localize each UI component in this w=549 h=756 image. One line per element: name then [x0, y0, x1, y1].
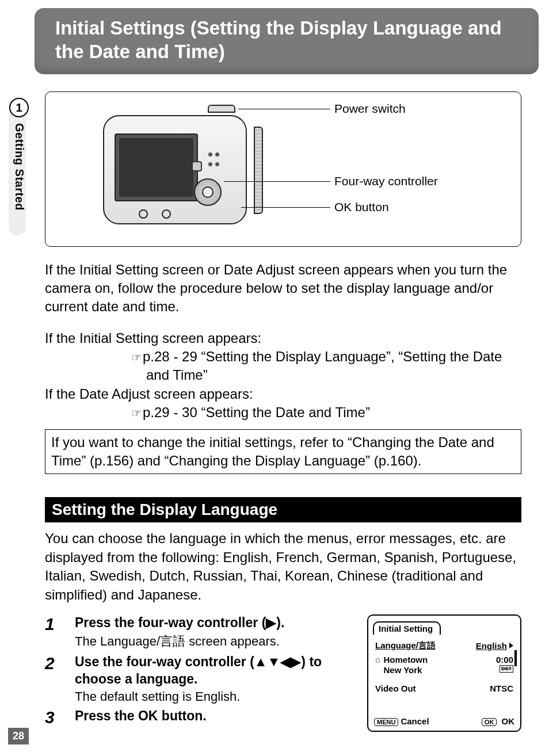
steps-area: 1 Press the four-way controller (▶). The… — [45, 614, 521, 732]
step-1: 1 Press the four-way controller (▶). The… — [45, 614, 357, 650]
intro-ref1: p.28 - 29 “Setting the Display Language”… — [131, 348, 521, 385]
intro-if2: If the Date Adjust screen appears: — [45, 385, 521, 403]
lcd-row-language: Language/言語 English — [374, 638, 514, 654]
intro-paragraph: If the Initial Setting screen or Date Ad… — [45, 261, 521, 316]
camera-illustration — [103, 109, 258, 230]
step-2: 2 Use the four-way controller (▲▼◀▶) to … — [45, 654, 357, 704]
triangle-right-icon — [509, 643, 513, 648]
callout-line — [238, 109, 330, 109]
home-icon: ⌂ — [375, 655, 380, 664]
lcd-screenshot: Initial Setting Language/言語 English ⌂ Ho… — [367, 614, 521, 732]
step-number: 2 — [45, 654, 61, 704]
lcd-row-hometown: ⌂ Hometown New York 0:00 DST — [374, 654, 514, 675]
step-title: Press the four-way controller (▶). — [75, 614, 357, 632]
reference-icon — [131, 349, 143, 364]
camera-diagram: Power switch Four-way controller OK butt… — [45, 91, 521, 247]
page-number: 28 — [8, 728, 29, 744]
lcd-ok: OK OK — [482, 716, 514, 726]
chapter-number-badge: 1 — [9, 98, 29, 117]
step-sub: The Language/言語 screen appears. — [75, 633, 357, 650]
lcd-dst-badge: DST — [500, 665, 513, 673]
section-heading: Setting the Display Language — [45, 497, 521, 522]
intro-if1: If the Initial Setting screen appears: — [45, 329, 521, 348]
intro-ref2: p.29 - 30 “Setting the Date and Time” — [131, 403, 521, 422]
lcd-scroll-indicator — [514, 650, 517, 666]
lcd-language-label: Language/言語 — [375, 640, 436, 651]
page-title: Initial Settings (Setting the Display La… — [55, 17, 502, 62]
chapter-label: Getting Started — [13, 123, 26, 211]
callout-power-switch: Power switch — [334, 102, 406, 116]
step-sub: The default setting is English. — [75, 689, 357, 704]
lcd-row-video: Video Out NTSC — [374, 681, 514, 696]
page-title-bar: Initial Settings (Setting the Display La… — [35, 8, 539, 74]
callout-four-way: Four-way controller — [334, 174, 438, 188]
note-box: If you want to change the initial settin… — [45, 429, 521, 475]
callout-line — [224, 181, 330, 182]
lcd-hometown-label: Hometown — [383, 655, 428, 665]
ok-button-icon: OK — [482, 718, 497, 726]
reference-icon — [131, 404, 143, 420]
menu-button-icon: MENU — [374, 718, 398, 726]
lcd-video-value: NTSC — [490, 684, 513, 693]
step-number: 3 — [45, 708, 61, 727]
lcd-language-value: English — [476, 641, 513, 651]
lcd-video-label: Video Out — [375, 684, 416, 693]
lcd-hometown-city: New York — [383, 665, 428, 675]
lcd-cancel: MENUCancel — [374, 716, 429, 726]
lcd-tab: Initial Setting — [373, 621, 441, 635]
section-paragraph: You can choose the language in which the… — [45, 529, 521, 604]
step-3: 3 Press the OK button. — [45, 708, 357, 727]
lcd-hometown-time: 0:00 — [496, 655, 513, 665]
step-title: Use the four-way controller (▲▼◀▶) to ch… — [75, 654, 357, 688]
side-tab: 1 Getting Started — [7, 98, 31, 211]
callout-ok-button: OK button — [334, 200, 389, 214]
step-number: 1 — [45, 614, 61, 650]
step-title: Press the OK button. — [75, 708, 357, 725]
four-way-controller-icon — [194, 178, 222, 206]
lcd-bottom-bar: MENUCancel OK OK — [374, 716, 514, 726]
callout-line — [241, 207, 330, 208]
